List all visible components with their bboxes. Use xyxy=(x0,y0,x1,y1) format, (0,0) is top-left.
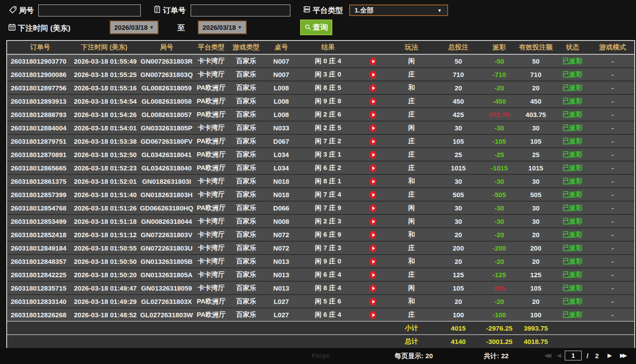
cell-table-no: N072 xyxy=(265,241,298,255)
replay-icon[interactable] xyxy=(370,191,376,199)
replay-icon[interactable] xyxy=(370,71,376,79)
date-to-select[interactable]: 2026/03/18 ▼ xyxy=(198,20,247,34)
cell-game-mode: - xyxy=(591,188,634,201)
total-payout: -3001.25 xyxy=(481,335,518,348)
cell-game-no: GN0132631805B xyxy=(138,255,195,268)
replay-icon[interactable] xyxy=(370,164,376,172)
cell-play-type: 和 xyxy=(387,295,436,308)
cell-play-type: 庄 xyxy=(387,134,436,148)
cell-game-no: GN0072631803Q xyxy=(138,68,195,81)
cell-table-no: N007 xyxy=(265,68,298,81)
cell-game-type: 百家乐 xyxy=(227,281,265,295)
cell-game-mode: - xyxy=(591,108,634,121)
replay-icon[interactable] xyxy=(370,284,376,292)
cell-bet-time: 2026-03-18 01:49:29 xyxy=(70,295,138,308)
query-button[interactable]: 查询 xyxy=(300,20,332,35)
cell-play-type: 庄 xyxy=(387,148,436,161)
cell-valid-bet: 710 xyxy=(518,68,554,81)
replay-icon[interactable] xyxy=(370,204,376,212)
replay-icon[interactable] xyxy=(370,258,376,266)
cell-replay xyxy=(359,81,387,94)
cell-order-no: 260318012854768 xyxy=(7,201,70,214)
cell-order-no: 260318012903770 xyxy=(7,54,70,68)
cell-game-mode: - xyxy=(591,308,634,321)
cell-play-type: 庄 xyxy=(387,94,436,108)
replay-icon[interactable] xyxy=(370,244,376,252)
replay-icon[interactable] xyxy=(370,97,376,105)
cell-platform: PA欧洲厅 xyxy=(195,81,227,94)
cell-payout: -50 xyxy=(481,54,518,68)
cell-game-mode: - xyxy=(591,295,634,308)
page-number-input[interactable] xyxy=(565,351,582,360)
first-page-icon[interactable]: ◀◀ xyxy=(544,352,550,359)
col-header-game-no: 局号 xyxy=(138,41,195,54)
cell-game-mode: - xyxy=(591,201,634,214)
cell-result: 闲 2 庄 6 xyxy=(298,108,359,121)
col-header-payout: 派彩 xyxy=(481,41,518,54)
cell-table-no: N072 xyxy=(265,228,298,241)
cell-play-type: 庄 xyxy=(387,241,436,255)
calendar-icon xyxy=(8,23,16,31)
platform-type-select[interactable]: 1.全部 ▼ xyxy=(349,4,448,16)
cell-order-no: 260318012852418 xyxy=(7,228,70,241)
replay-icon[interactable] xyxy=(370,57,376,65)
game-no-input[interactable] xyxy=(38,4,141,16)
replay-icon[interactable] xyxy=(370,151,376,159)
bet-record-row: 2603180128524182026-03-18 01:51:12GN0722… xyxy=(7,228,634,241)
cell-total-bet: 20 xyxy=(436,228,481,241)
replay-icon[interactable] xyxy=(370,218,376,226)
cell-status: 已派彩 xyxy=(554,121,591,134)
cell-game-type: 百家乐 xyxy=(227,308,265,321)
cell-table-no: N013 xyxy=(265,255,298,268)
cell-result: 闲 2 庄 3 xyxy=(298,214,359,228)
replay-icon[interactable] xyxy=(370,231,376,239)
cell-platform: 卡卡湾厅 xyxy=(195,68,227,81)
chevron-down-icon: ▼ xyxy=(238,25,242,30)
pagination-bar: Paige 每页显示: 20 共计: 22 ◀◀ ◀ / 2 ▶ ▶▶ xyxy=(0,348,636,364)
cell-table-no: N018 xyxy=(265,174,298,188)
bet-record-row: 2603180128491842026-03-18 01:50:55GN0722… xyxy=(7,241,634,255)
date-from-value: 2026/03/18 xyxy=(114,24,148,31)
date-from-select[interactable]: 2026/03/18 ▼ xyxy=(110,20,159,34)
cell-game-no: GL00826318057 xyxy=(138,108,195,121)
cell-table-no: L027 xyxy=(265,295,298,308)
replay-icon[interactable] xyxy=(370,298,376,306)
cell-replay xyxy=(359,188,387,201)
cell-valid-bet: 30 xyxy=(518,174,554,188)
cell-game-type: 百家乐 xyxy=(227,121,265,134)
cell-total-bet: 105 xyxy=(436,281,481,295)
cell-play-type: 和 xyxy=(387,228,436,241)
replay-icon[interactable] xyxy=(370,271,376,279)
cell-table-no: N013 xyxy=(265,268,298,281)
cell-game-type: 百家乐 xyxy=(227,174,265,188)
last-page-icon[interactable]: ▶▶ xyxy=(620,352,625,359)
cell-replay xyxy=(359,201,387,214)
cell-game-mode: - xyxy=(591,148,634,161)
bet-record-row: 2603180128840042026-03-18 01:54:01GN0332… xyxy=(7,121,634,134)
subtotal-payout: -2976.25 xyxy=(481,321,518,335)
replay-icon[interactable] xyxy=(370,84,376,92)
cell-table-no: L008 xyxy=(265,81,298,94)
col-header-status: 状态 xyxy=(554,41,591,54)
cell-replay xyxy=(359,121,387,134)
replay-icon[interactable] xyxy=(370,111,376,119)
subtotal-valid-bet: 3993.75 xyxy=(518,321,554,335)
replay-icon[interactable] xyxy=(370,124,376,132)
cell-table-no: N018 xyxy=(265,188,298,201)
cell-game-mode: - xyxy=(591,255,634,268)
cell-bet-time: 2026-03-18 01:53:38 xyxy=(70,134,138,148)
replay-icon[interactable] xyxy=(370,178,376,186)
order-no-input[interactable] xyxy=(191,4,290,16)
query-button-label: 查询 xyxy=(313,22,328,32)
cell-replay xyxy=(359,214,387,228)
cell-total-bet: 30 xyxy=(436,121,481,134)
cell-game-type: 百家乐 xyxy=(227,201,265,214)
cell-payout: -30 xyxy=(481,174,518,188)
cell-order-no: 260318012848357 xyxy=(7,255,70,268)
next-page-icon[interactable]: ▶ xyxy=(607,352,610,359)
total-total-bet: 4140 xyxy=(436,335,481,348)
replay-icon[interactable] xyxy=(370,311,376,319)
cell-payout: -1015 xyxy=(481,161,518,174)
replay-icon[interactable] xyxy=(370,138,376,146)
prev-page-icon[interactable]: ◀ xyxy=(557,352,559,359)
